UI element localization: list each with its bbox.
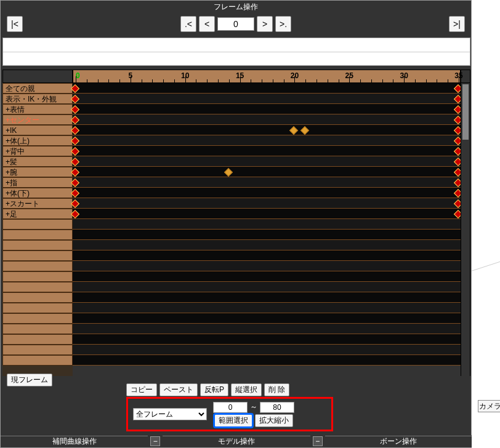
- nav-prev-key-button[interactable]: .<: [180, 16, 196, 32]
- bone-row-empty: [2, 282, 73, 292]
- side-decor-line: [472, 258, 500, 369]
- bone-row-empty: [2, 250, 73, 261]
- camera-button[interactable]: カメラ: [478, 400, 500, 412]
- side-panel: カメラ: [472, 0, 500, 448]
- panel-title: フレーム操作: [1, 1, 471, 13]
- bone-row[interactable]: +体(下): [2, 188, 73, 198]
- timeline-area: 05101520253035 全ての親表示・IK・外観+表情+センター+IK+体…: [2, 70, 470, 376]
- edit-button-row: コピー ペースト 反転P 縦選択 削 除: [126, 383, 289, 396]
- timeline-body: 全ての親表示・IK・外観+表情+センター+IK+体(上)+背中+髪+腕+指+体(…: [2, 83, 470, 376]
- vertical-scrollbar[interactable]: [461, 83, 470, 376]
- copy-button[interactable]: コピー: [126, 383, 157, 396]
- bone-row-empty: [2, 345, 73, 355]
- track-row[interactable]: [73, 188, 461, 198]
- track-row[interactable]: [73, 156, 461, 167]
- delete-button[interactable]: 削 除: [264, 383, 289, 396]
- bone-row-empty: [2, 261, 73, 271]
- range-group: ～ 範囲選択 拡大縮小: [213, 402, 294, 427]
- bone-row-empty: [2, 355, 73, 366]
- info-band-divider: [3, 52, 470, 52]
- bone-row[interactable]: +背中: [2, 146, 73, 156]
- app-root: フレーム操作 |< .< < > >. >| 05101520253035 全て…: [0, 0, 500, 448]
- bone-row-empty: [2, 271, 73, 282]
- track-row[interactable]: [73, 250, 461, 261]
- nav-last-button[interactable]: >|: [449, 16, 465, 32]
- nav-next-key-button[interactable]: >.: [275, 16, 291, 32]
- range-start-input[interactable]: [213, 402, 248, 413]
- flip-paste-button[interactable]: 反転P: [200, 383, 228, 396]
- nav-next-button[interactable]: >: [257, 16, 273, 32]
- range-end-input[interactable]: [260, 402, 294, 413]
- bone-row[interactable]: +足: [2, 209, 73, 219]
- track-row[interactable]: [73, 177, 461, 188]
- track-row[interactable]: [73, 261, 461, 271]
- track-row[interactable]: [73, 219, 461, 230]
- track-row[interactable]: [73, 334, 461, 345]
- bone-row[interactable]: 全ての親: [2, 83, 73, 94]
- track-row[interactable]: [73, 230, 461, 240]
- bone-row[interactable]: 表示・IK・外観: [2, 94, 73, 104]
- nav-prev-button[interactable]: <: [199, 16, 215, 32]
- track-row[interactable]: [73, 94, 461, 104]
- nav-first-button[interactable]: |<: [7, 16, 23, 32]
- footer-section-bone[interactable]: ボーン操作: [325, 436, 472, 447]
- bone-row[interactable]: +髪: [2, 156, 73, 167]
- track-row[interactable]: [73, 282, 461, 292]
- track-row[interactable]: [73, 209, 461, 219]
- scale-button[interactable]: 拡大縮小: [255, 414, 293, 427]
- footer-bar: 補間曲線操作 − モデル操作 − ボーン操作: [1, 435, 472, 447]
- collapse-icon[interactable]: −: [313, 436, 323, 446]
- bone-row-empty: [2, 240, 73, 250]
- range-tilde: ～: [250, 402, 257, 412]
- collapse-icon[interactable]: −: [150, 436, 160, 446]
- range-buttons: 範囲選択 拡大縮小: [214, 414, 293, 427]
- track-row[interactable]: [73, 292, 461, 303]
- bone-row-empty: [2, 292, 73, 303]
- current-frame-area: 現フレーム: [7, 374, 52, 386]
- bone-row[interactable]: +センター: [2, 114, 73, 125]
- track-row[interactable]: [73, 125, 461, 135]
- track-row[interactable]: [73, 324, 461, 334]
- track-row[interactable]: [73, 271, 461, 282]
- bone-row-empty: [2, 219, 73, 230]
- bone-row-empty: [2, 324, 73, 334]
- scrollbar-thumb[interactable]: [462, 84, 469, 140]
- range-select-button[interactable]: 範囲選択: [214, 414, 252, 427]
- track-row[interactable]: [73, 135, 461, 146]
- track-row[interactable]: [73, 240, 461, 250]
- bone-row-empty: [2, 303, 73, 313]
- bone-list: 全ての親表示・IK・外観+表情+センター+IK+体(上)+背中+髪+腕+指+体(…: [2, 83, 73, 376]
- track-row[interactable]: [73, 83, 461, 94]
- bone-row[interactable]: +スカート: [2, 198, 73, 209]
- ruler-track[interactable]: 05101520253035: [73, 70, 461, 83]
- range-inputs: ～: [213, 402, 294, 413]
- bone-row[interactable]: +指: [2, 177, 73, 188]
- ruler-label: 0: [76, 71, 80, 80]
- footer-section-model[interactable]: モデル操作: [163, 436, 310, 447]
- current-frame-input[interactable]: [217, 17, 254, 31]
- current-frame-button[interactable]: 現フレーム: [7, 374, 52, 386]
- bone-row-empty: [2, 230, 73, 240]
- track-area[interactable]: [73, 83, 461, 366]
- track-row[interactable]: [73, 313, 461, 324]
- track-row[interactable]: [73, 104, 461, 114]
- track-row[interactable]: [73, 146, 461, 156]
- track-row[interactable]: [73, 355, 461, 366]
- footer-section-curves[interactable]: 補間曲線操作: [1, 436, 148, 447]
- bone-row-empty: [2, 313, 73, 324]
- vertical-select-button[interactable]: 縦選択: [231, 383, 262, 396]
- track-row[interactable]: [73, 303, 461, 313]
- range-tools-box: 全フレーム ～ 範囲選択 拡大縮小: [126, 397, 333, 431]
- bone-row[interactable]: +体(上): [2, 135, 73, 146]
- frame-scope-select[interactable]: 全フレーム: [133, 408, 207, 420]
- bone-row-empty: [2, 334, 73, 345]
- paste-button[interactable]: ペースト: [159, 383, 198, 396]
- bone-row[interactable]: +腕: [2, 167, 73, 177]
- bone-row[interactable]: +表情: [2, 104, 73, 114]
- track-row[interactable]: [73, 198, 461, 209]
- track-row[interactable]: [73, 345, 461, 355]
- timeline-ruler: 05101520253035: [2, 70, 470, 83]
- track-row[interactable]: [73, 114, 461, 125]
- bone-row[interactable]: +IK: [2, 125, 73, 135]
- track-row[interactable]: [73, 167, 461, 177]
